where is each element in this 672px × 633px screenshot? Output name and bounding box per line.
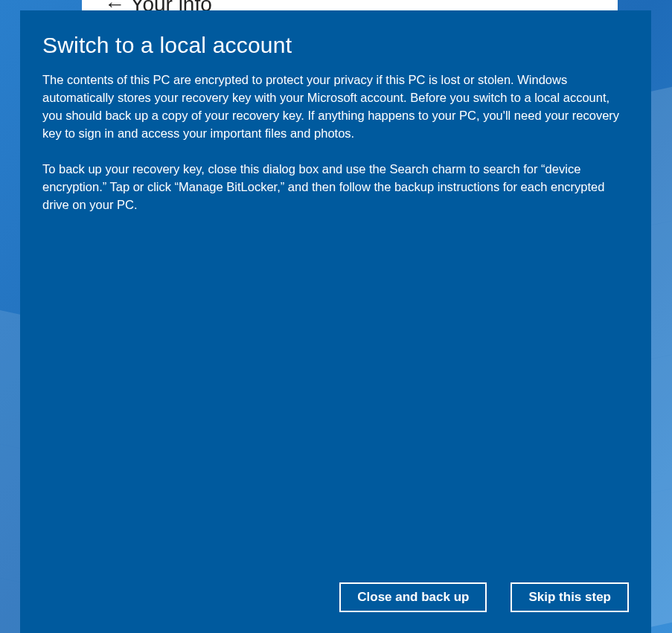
background-decoration xyxy=(0,310,21,449)
close-and-back-up-button[interactable]: Close and back up xyxy=(339,582,487,612)
background-decoration xyxy=(650,355,672,493)
dialog-body: The contents of this PC are encrypted to… xyxy=(42,71,629,582)
background-decoration xyxy=(650,87,672,225)
switch-local-account-dialog: Switch to a local account The contents o… xyxy=(20,10,651,633)
dialog-paragraph-2: To back up your recovery key, close this… xyxy=(42,161,629,214)
skip-this-step-button[interactable]: Skip this step xyxy=(511,582,629,612)
dialog-title: Switch to a local account xyxy=(42,33,629,58)
background-decoration xyxy=(650,221,672,359)
dialog-paragraph-1: The contents of this PC are encrypted to… xyxy=(42,71,629,143)
dialog-footer: Close and back up Skip this step xyxy=(42,582,629,615)
background-decoration xyxy=(0,444,21,582)
background-decoration xyxy=(0,578,21,633)
background-decoration xyxy=(650,489,672,627)
